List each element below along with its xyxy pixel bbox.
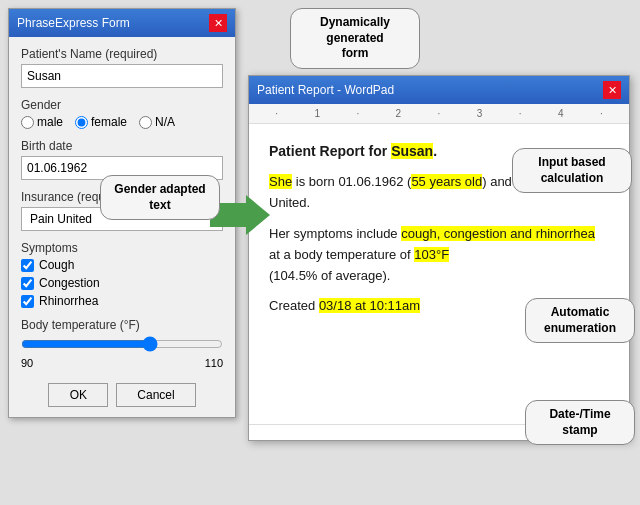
form-buttons: OK Cancel — [21, 383, 223, 407]
gender-na-option[interactable]: N/A — [139, 115, 175, 129]
cough-label: Cough — [39, 258, 74, 272]
slider-labels: 90 110 — [21, 357, 223, 369]
slider-max-label: 110 — [205, 357, 223, 369]
wordpad-close-icon: ✕ — [608, 84, 617, 97]
cancel-button[interactable]: Cancel — [116, 383, 195, 407]
gender-female-radio[interactable] — [75, 116, 88, 129]
form-body: Patient's Name (required) Gender male fe… — [9, 37, 235, 417]
para3-date: 03/18 at 10:11am — [319, 298, 420, 313]
gender-female-label: female — [91, 115, 127, 129]
gender-female-option[interactable]: female — [75, 115, 127, 129]
wordpad-close-button[interactable]: ✕ — [603, 81, 621, 99]
paragraph-2: Her symptoms include cough, congestion a… — [269, 224, 609, 286]
gender-radio-group: male female N/A — [21, 115, 223, 129]
temperature-slider[interactable] — [21, 336, 223, 352]
ruler-marks: · 1 · 2 · 3 · 4 · — [257, 108, 621, 119]
callout-input-calculation: Input basedcalculation — [512, 148, 632, 193]
congestion-label: Congestion — [39, 276, 100, 290]
gender-field: Gender male female N/A — [21, 98, 223, 129]
wordpad-titlebar: Patient Report - WordPad ✕ — [249, 76, 629, 104]
callout-datetime-text: Date-/Timestamp — [549, 407, 610, 437]
gender-male-label: male — [37, 115, 63, 129]
pronoun: She — [269, 174, 292, 189]
para2-temp: 103°F — [414, 247, 449, 262]
slider-container: 90 110 — [21, 336, 223, 369]
form-title: PhraseExpress Form — [17, 16, 130, 30]
rhinorrhea-label: Rhinorrhea — [39, 294, 98, 308]
symptoms-checkbox-group: Cough Congestion Rhinorrhea — [21, 258, 223, 308]
callout-dynamically-text: Dynamicallygeneratedform — [320, 15, 390, 60]
congestion-checkbox[interactable] — [21, 277, 34, 290]
gender-na-label: N/A — [155, 115, 175, 129]
close-icon: ✕ — [214, 17, 223, 30]
gender-male-radio[interactable] — [21, 116, 34, 129]
rhinorrhea-checkbox[interactable] — [21, 295, 34, 308]
callout-gender-adapted: Gender adaptedtext — [100, 175, 220, 220]
para2-end: (104.5% of average). — [269, 268, 390, 283]
cough-checkbox[interactable] — [21, 259, 34, 272]
form-close-button[interactable]: ✕ — [209, 14, 227, 32]
gender-male-option[interactable]: male — [21, 115, 63, 129]
gender-label: Gender — [21, 98, 223, 112]
para1-age: 55 years old — [411, 174, 482, 189]
symptom-rhinorrhea[interactable]: Rhinorrhea — [21, 294, 223, 308]
birthdate-label: Birth date — [21, 139, 223, 153]
form-titlebar: PhraseExpress Form ✕ — [9, 9, 235, 37]
symptoms-label: Symptoms — [21, 241, 223, 255]
symptom-cough[interactable]: Cough — [21, 258, 223, 272]
birthdate-field: Birth date — [21, 139, 223, 180]
patient-name-input[interactable] — [21, 64, 223, 88]
callout-datetime-stamp: Date-/Timestamp — [525, 400, 635, 445]
wordpad-title: Patient Report - WordPad — [257, 83, 394, 97]
bodytemp-label: Body temperature (°F) — [21, 318, 223, 332]
para2-highlight: cough, congestion and rhinorrhea — [401, 226, 595, 241]
patient-name-field: Patient's Name (required) — [21, 47, 223, 88]
patient-name-label: Patient's Name (required) — [21, 47, 223, 61]
callout-dynamically-generated: Dynamicallygeneratedform — [290, 8, 420, 69]
wordpad-window: Patient Report - WordPad ✕ · 1 · 2 · 3 ·… — [248, 75, 630, 441]
callout-auto-enumeration: Automaticenumeration — [525, 298, 635, 343]
callout-auto-text: Automaticenumeration — [544, 305, 616, 335]
callout-input-text: Input basedcalculation — [538, 155, 605, 185]
ok-button[interactable]: OK — [48, 383, 108, 407]
doc-title-prefix: Patient Report for — [269, 143, 391, 159]
para1-pre: is born 01.06.1962 ( — [292, 174, 411, 189]
para2-pre: Her symptoms include — [269, 226, 401, 241]
para3-pre: Created — [269, 298, 319, 313]
ruler: · 1 · 2 · 3 · 4 · — [249, 104, 629, 124]
symptom-congestion[interactable]: Congestion — [21, 276, 223, 290]
para2-post: at a body temperature of — [269, 247, 414, 262]
doc-title-name: Susan — [391, 143, 433, 159]
callout-gender-text: Gender adaptedtext — [114, 182, 205, 212]
symptoms-field: Symptoms Cough Congestion Rhinorrhea — [21, 241, 223, 308]
slider-min-label: 90 — [21, 357, 33, 369]
gender-na-radio[interactable] — [139, 116, 152, 129]
bodytemp-field: Body temperature (°F) 90 110 — [21, 318, 223, 369]
